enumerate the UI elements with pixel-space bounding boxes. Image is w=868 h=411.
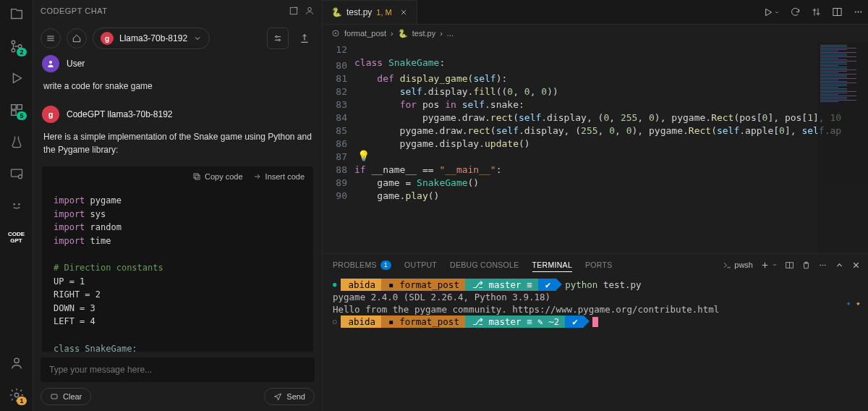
new-window-icon[interactable] xyxy=(289,6,299,16)
chevron-up-icon[interactable] xyxy=(835,260,844,270)
insert-code-label: Insert code xyxy=(265,172,305,181)
split-terminal-icon[interactable] xyxy=(785,260,794,270)
close-icon[interactable] xyxy=(399,8,408,17)
breadcrumb-tail: ... xyxy=(447,29,454,38)
extensions-icon[interactable]: 5 xyxy=(8,101,25,119)
new-terminal-button[interactable] xyxy=(760,260,778,270)
diff-icon[interactable] xyxy=(811,7,822,18)
home-button[interactable] xyxy=(67,28,87,48)
chat-header-title: CODEGPT CHAT xyxy=(41,7,283,15)
close-panel-icon[interactable] xyxy=(851,260,861,270)
user-message: write a code for snake game xyxy=(42,80,313,93)
svg-point-11 xyxy=(14,393,19,397)
prompt-folder: format_post xyxy=(399,279,459,290)
chat-toolbar: g Llama3-70b-8192 xyxy=(33,22,322,55)
accounts-icon[interactable] xyxy=(8,355,25,372)
tab-filename: test.py xyxy=(346,7,372,17)
python-icon: 🐍 xyxy=(331,7,342,17)
chat-content: User write a code for snake game g CodeG… xyxy=(33,55,322,352)
svg-point-28 xyxy=(822,264,824,266)
terminal-output: Hello from the pygame community. https:/… xyxy=(333,304,719,315)
code-const: RIGHT = 2 xyxy=(54,289,101,300)
svg-point-13 xyxy=(308,7,312,11)
run-button[interactable] xyxy=(762,7,780,18)
copy-code-label: Copy code xyxy=(205,172,243,181)
breadcrumb-file: test.py xyxy=(412,29,435,38)
refresh-icon[interactable] xyxy=(790,7,801,18)
svg-rect-3 xyxy=(11,105,15,109)
model-selector[interactable]: g Llama3-70b-8192 xyxy=(93,27,210,49)
lightbulb-icon[interactable]: 💡 xyxy=(357,150,370,161)
chat-input[interactable] xyxy=(41,357,315,382)
bot-avatar: g xyxy=(42,106,59,123)
person-icon[interactable] xyxy=(305,6,315,16)
split-icon[interactable] xyxy=(832,7,843,18)
svg-point-16 xyxy=(49,61,52,64)
svg-rect-12 xyxy=(290,7,297,14)
source-control-icon[interactable]: 2 xyxy=(8,38,25,55)
tab-terminal[interactable]: TERMINAL xyxy=(532,260,573,272)
remote-icon[interactable] xyxy=(8,165,25,182)
tab-ports[interactable]: PORTS xyxy=(585,260,612,269)
tab-debug-console[interactable]: DEBUG CONSOLE xyxy=(450,260,519,269)
prompt-branch: master xyxy=(488,279,521,290)
clear-label: Clear xyxy=(63,392,82,401)
upload-button[interactable] xyxy=(294,28,315,48)
terminal-command-file: test.py xyxy=(603,279,642,290)
code-body: import pygame import sys import random i… xyxy=(42,187,313,352)
svg-point-1 xyxy=(12,48,15,52)
svg-point-27 xyxy=(820,264,821,266)
settings-badge: 1 xyxy=(17,397,26,405)
target-icon xyxy=(331,29,340,38)
svg-point-29 xyxy=(825,264,826,266)
svg-rect-4 xyxy=(17,105,21,109)
terminal-body[interactable]: ✦✦ ● abida ▪ format_post ⎇ master ≡ ✔ py… xyxy=(323,276,868,411)
copy-code-button[interactable]: Copy code xyxy=(192,172,243,181)
svg-point-8 xyxy=(13,203,15,206)
svg-point-14 xyxy=(276,36,277,38)
bottom-panel: PROBLEMS1 OUTPUT DEBUG CONSOLE TERMINAL … xyxy=(323,253,868,411)
user-avatar xyxy=(42,55,59,72)
terminal-cursor xyxy=(592,317,598,327)
clear-button[interactable]: Clear xyxy=(41,388,91,405)
editor-actions xyxy=(762,7,864,18)
face-icon[interactable] xyxy=(8,197,25,214)
menu-button[interactable] xyxy=(41,28,61,48)
code-editor[interactable]: 12 80 81 82 83 84 85 86 87 88 89 90 clas… xyxy=(323,42,868,253)
testing-icon[interactable] xyxy=(8,133,25,151)
prompt-user: abida xyxy=(348,316,375,327)
svg-point-10 xyxy=(14,358,18,363)
settings-icon[interactable]: 1 xyxy=(8,386,25,404)
svg-point-21 xyxy=(855,12,856,13)
shell-selector[interactable]: pwsh xyxy=(723,260,753,270)
tab-problems[interactable]: PROBLEMS1 xyxy=(333,260,391,270)
activity-bar: 2 5 CODE GPT 1 xyxy=(0,0,33,411)
tab-test-py[interactable]: 🐍 test.py 1, M xyxy=(323,0,417,24)
terminal-decoration: ✦✦ xyxy=(846,297,861,310)
svg-point-7 xyxy=(18,175,22,179)
svg-point-23 xyxy=(860,12,861,13)
breadcrumbs[interactable]: format_post › 🐍 test.py › ... xyxy=(323,25,868,42)
python-icon: 🐍 xyxy=(398,29,408,38)
send-button[interactable]: Send xyxy=(264,388,315,405)
chevron-down-icon xyxy=(193,34,202,43)
chat-panel: CODEGPT CHAT g Llama3-70b-8192 User writ… xyxy=(33,0,323,411)
minimap[interactable] xyxy=(817,42,868,253)
codegpt-icon[interactable]: CODE GPT xyxy=(8,229,25,246)
panel-tabs: PROBLEMS1 OUTPUT DEBUG CONSOLE TERMINAL … xyxy=(323,254,868,276)
svg-rect-5 xyxy=(11,111,15,115)
tab-output[interactable]: OUTPUT xyxy=(404,260,437,269)
svg-point-25 xyxy=(335,33,336,34)
svg-rect-17 xyxy=(195,175,200,179)
code-const: UP = 1 xyxy=(54,276,85,287)
code-const: LEFT = 4 xyxy=(54,316,95,326)
insert-code-button[interactable]: Insert code xyxy=(253,172,305,181)
more-icon[interactable] xyxy=(853,7,864,18)
source-control-badge: 2 xyxy=(17,48,26,56)
run-debug-icon[interactable] xyxy=(8,69,25,87)
send-label: Send xyxy=(286,392,305,401)
panel-more-icon[interactable] xyxy=(818,260,827,270)
sliders-button[interactable] xyxy=(267,27,289,49)
trash-icon[interactable] xyxy=(801,260,811,270)
explorer-icon[interactable] xyxy=(8,6,25,23)
